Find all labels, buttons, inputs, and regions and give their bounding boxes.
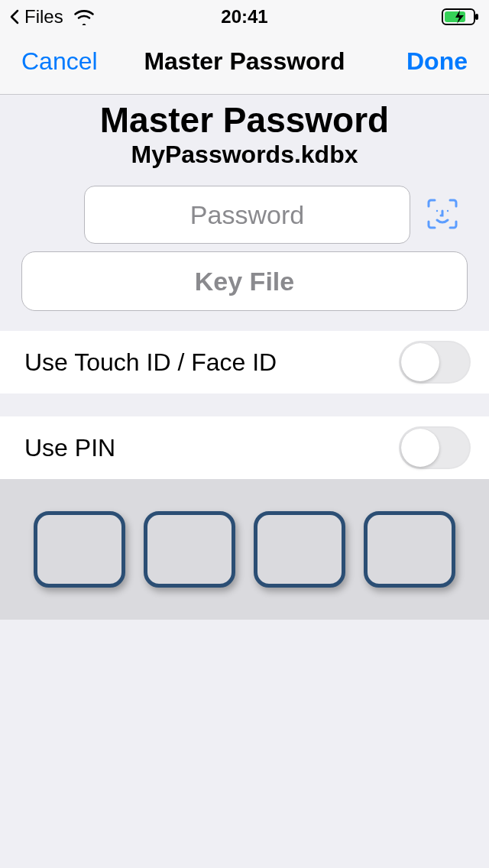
svg-point-4 — [447, 209, 449, 211]
battery-charging-icon — [442, 8, 480, 26]
key-file-button[interactable]: Key File — [21, 251, 468, 311]
wifi-icon — [73, 8, 96, 25]
nav-bar: Cancel Master Password Done — [0, 34, 489, 95]
pin-toggle-label: Use PIN — [24, 434, 115, 462]
biometric-toggle-label: Use Touch ID / Face ID — [24, 348, 277, 377]
svg-rect-1 — [475, 14, 478, 20]
status-bar: Files 20:41 — [0, 0, 489, 34]
biometric-toggle[interactable] — [399, 341, 471, 384]
back-to-app-label[interactable]: Files — [24, 6, 63, 28]
database-filename: MyPasswords.kdbx — [15, 141, 474, 169]
svg-point-3 — [436, 209, 438, 211]
setting-row-biometric: Use Touch ID / Face ID — [0, 331, 489, 394]
header-block: Master Password MyPasswords.kdbx — [0, 95, 489, 178]
setting-row-pin: Use PIN — [0, 416, 489, 479]
back-to-app-caret-icon[interactable] — [9, 9, 20, 24]
nav-title: Master Password — [144, 47, 345, 76]
pin-digit-2[interactable] — [144, 511, 235, 588]
page-title: Master Password — [15, 99, 474, 141]
pin-toggle[interactable] — [399, 426, 471, 469]
faceid-icon[interactable] — [426, 197, 459, 233]
cancel-button[interactable]: Cancel — [21, 47, 98, 76]
done-button[interactable]: Done — [406, 47, 468, 76]
master-password-input[interactable] — [84, 186, 410, 244]
pin-digit-3[interactable] — [254, 511, 345, 588]
pin-digit-4[interactable] — [364, 511, 455, 588]
pin-entry-area — [0, 479, 489, 620]
pin-digit-1[interactable] — [34, 511, 125, 588]
status-time: 20:41 — [147, 6, 342, 28]
